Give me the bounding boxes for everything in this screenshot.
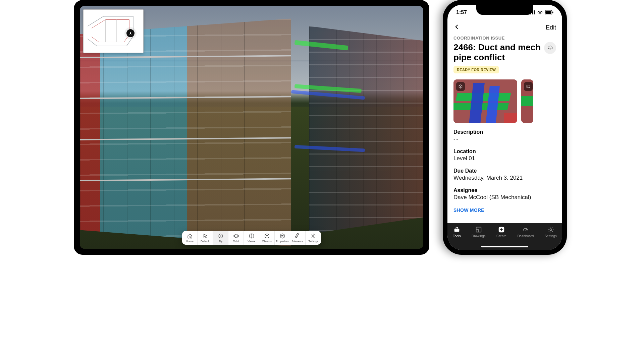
- tool-settings[interactable]: Settings: [306, 231, 321, 245]
- tab-create[interactable]: Create: [496, 226, 506, 238]
- description-label: Description: [453, 129, 556, 135]
- issue-title: 2466: Duct and mech pipe conflict: [453, 43, 541, 63]
- drawings-icon: [475, 226, 482, 233]
- tab-drawings[interactable]: Drawings: [472, 226, 486, 238]
- attachment-thumbnails: [453, 79, 556, 123]
- cloud-download-icon: [547, 45, 553, 51]
- svg-point-32: [550, 229, 552, 231]
- tab-label: Drawings: [472, 234, 486, 238]
- objects-icon: [264, 233, 270, 239]
- issue-type-eyebrow: COORDINATION ISSUE: [453, 36, 556, 41]
- tool-views[interactable]: Views: [244, 231, 259, 245]
- tab-settings[interactable]: Settings: [545, 226, 557, 238]
- location-label: Location: [453, 148, 556, 155]
- location-section: Location Level 01: [453, 148, 556, 162]
- tool-label: Home: [186, 240, 194, 243]
- tool-home[interactable]: Home: [182, 231, 198, 245]
- svg-rect-14: [534, 10, 535, 14]
- due-date-label: Due Date: [453, 168, 556, 174]
- gear-icon: [310, 233, 316, 239]
- tab-label: Create: [496, 234, 506, 238]
- issue-content: COORDINATION ISSUE 2466: Duct and mech p…: [447, 35, 562, 223]
- tab-label: Settings: [545, 234, 557, 238]
- tab-label: Dashboard: [517, 234, 534, 238]
- plus-icon: [498, 226, 505, 233]
- orbit-icon: [233, 233, 239, 239]
- tool-measure[interactable]: Measure: [290, 231, 306, 245]
- back-button[interactable]: [453, 23, 460, 32]
- assignee-value[interactable]: Dave McCool (SB Mechanical): [453, 194, 556, 201]
- tab-tools[interactable]: Tools: [453, 226, 461, 238]
- views-icon: [249, 233, 255, 239]
- battery-icon: [545, 10, 553, 14]
- toolbox-icon: [453, 226, 461, 233]
- location-value: Level 01: [453, 155, 556, 162]
- export-button[interactable]: [544, 42, 556, 54]
- status-time: 1:57: [456, 9, 467, 15]
- tab-dashboard[interactable]: Dashboard: [517, 226, 534, 238]
- edit-button[interactable]: Edit: [546, 24, 556, 31]
- measure-icon: [295, 233, 301, 239]
- tool-objects[interactable]: Objects: [259, 231, 275, 245]
- phone-screen: 1:57 Edit COORDINATION ISSUE 2466: Duct …: [447, 5, 562, 250]
- due-date-section: Due Date Wednesday, March 3, 2021: [453, 168, 556, 181]
- gear-icon: [547, 226, 554, 233]
- tool-label: Orbit: [233, 240, 239, 243]
- tool-properties[interactable]: Properties: [275, 231, 290, 245]
- fly-icon: [218, 233, 224, 239]
- svg-rect-23: [504, 113, 517, 123]
- description-value: --: [453, 136, 556, 142]
- nav-row: Edit: [447, 20, 562, 35]
- phone-frame: 1:57 Edit COORDINATION ISSUE 2466: Duct …: [443, 0, 567, 255]
- image-icon: [524, 82, 533, 91]
- description-section: Description --: [453, 129, 556, 142]
- tool-default[interactable]: Default: [198, 231, 213, 245]
- tool-label: Fly: [219, 240, 222, 243]
- show-more-button[interactable]: SHOW MORE: [453, 207, 556, 213]
- tool-label: Views: [248, 240, 255, 243]
- svg-point-28: [527, 86, 528, 86]
- svg-rect-29: [454, 229, 460, 232]
- tool-orbit[interactable]: Orbit: [228, 231, 244, 245]
- svg-rect-25: [521, 96, 533, 106]
- model-viewer-screen: Home Default Fly Orbit Views: [80, 6, 423, 249]
- svg-rect-16: [545, 11, 551, 14]
- svg-point-5: [234, 234, 238, 238]
- minimap[interactable]: [83, 9, 144, 53]
- attachment-thumb-image[interactable]: [521, 79, 533, 123]
- viewer-toolbar: Home Default Fly Orbit Views: [182, 231, 321, 245]
- wifi-icon: [537, 10, 543, 14]
- svg-point-4: [220, 236, 221, 237]
- tool-label: Objects: [262, 240, 272, 243]
- tablet-frame: Home Default Fly Orbit Views: [74, 0, 429, 255]
- tool-label: Default: [201, 240, 210, 243]
- svg-rect-17: [552, 12, 553, 13]
- status-badge: READY FOR REVIEW: [453, 66, 499, 73]
- chevron-left-icon: [453, 23, 460, 30]
- phone-notch: [476, 5, 533, 15]
- gauge-icon: [522, 226, 529, 233]
- tool-label: Properties: [276, 240, 289, 243]
- tool-fly[interactable]: Fly: [213, 231, 228, 245]
- tool-label: Measure: [292, 240, 303, 243]
- tool-label: Settings: [308, 240, 319, 243]
- home-indicator[interactable]: [481, 246, 528, 247]
- svg-point-10: [313, 235, 314, 237]
- cube-icon: [456, 82, 465, 91]
- cursor-icon: [202, 233, 208, 239]
- assignee-label: Assignee: [453, 187, 556, 193]
- minimap-position-indicator[interactable]: [126, 29, 135, 37]
- assignee-section: Assignee Dave McCool (SB Mechanical): [453, 187, 556, 201]
- svg-point-7: [251, 236, 252, 237]
- attachment-thumb-model[interactable]: [453, 79, 517, 123]
- tab-label: Tools: [453, 234, 461, 238]
- home-icon: [187, 233, 193, 239]
- due-date-value: Wednesday, March 3, 2021: [453, 175, 556, 181]
- properties-icon: [279, 233, 285, 239]
